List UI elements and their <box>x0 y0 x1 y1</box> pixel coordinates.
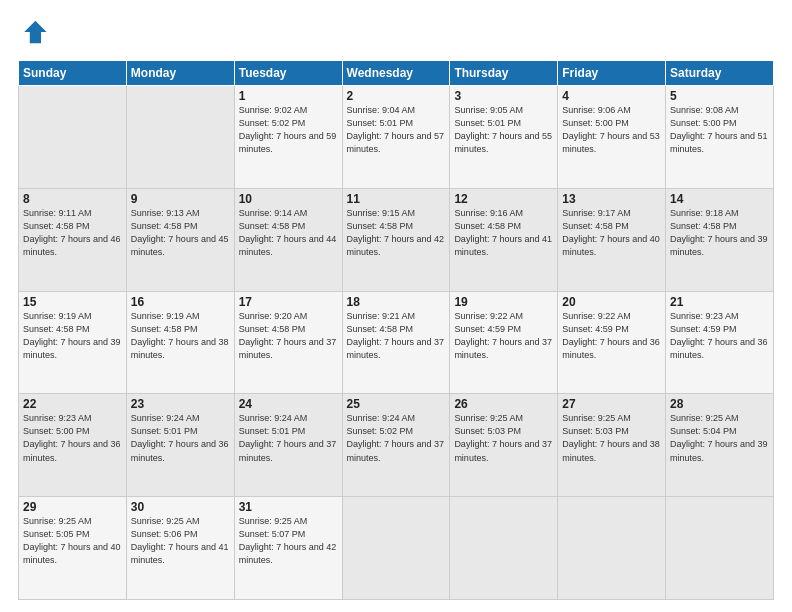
calendar-cell: 20Sunrise: 9:22 AMSunset: 4:59 PMDayligh… <box>558 291 666 394</box>
day-info: Sunrise: 9:21 AMSunset: 4:58 PMDaylight:… <box>347 310 446 362</box>
day-info: Sunrise: 9:16 AMSunset: 4:58 PMDaylight:… <box>454 207 553 259</box>
day-info: Sunrise: 9:08 AMSunset: 5:00 PMDaylight:… <box>670 104 769 156</box>
calendar-cell: 1Sunrise: 9:02 AMSunset: 5:02 PMDaylight… <box>234 86 342 189</box>
svg-marker-0 <box>24 21 46 43</box>
calendar-cell: 13Sunrise: 9:17 AMSunset: 4:58 PMDayligh… <box>558 188 666 291</box>
day-of-week-header: Wednesday <box>342 61 450 86</box>
day-number: 10 <box>239 192 338 206</box>
calendar-cell: 19Sunrise: 9:22 AMSunset: 4:59 PMDayligh… <box>450 291 558 394</box>
calendar-cell: 21Sunrise: 9:23 AMSunset: 4:59 PMDayligh… <box>666 291 774 394</box>
calendar-cell <box>450 497 558 600</box>
calendar-cell: 11Sunrise: 9:15 AMSunset: 4:58 PMDayligh… <box>342 188 450 291</box>
day-info: Sunrise: 9:17 AMSunset: 4:58 PMDaylight:… <box>562 207 661 259</box>
day-info: Sunrise: 9:22 AMSunset: 4:59 PMDaylight:… <box>562 310 661 362</box>
calendar-cell: 9Sunrise: 9:13 AMSunset: 4:58 PMDaylight… <box>126 188 234 291</box>
day-info: Sunrise: 9:05 AMSunset: 5:01 PMDaylight:… <box>454 104 553 156</box>
calendar-cell: 30Sunrise: 9:25 AMSunset: 5:06 PMDayligh… <box>126 497 234 600</box>
day-info: Sunrise: 9:22 AMSunset: 4:59 PMDaylight:… <box>454 310 553 362</box>
day-number: 24 <box>239 397 338 411</box>
day-number: 15 <box>23 295 122 309</box>
day-of-week-header: Thursday <box>450 61 558 86</box>
day-info: Sunrise: 9:13 AMSunset: 4:58 PMDaylight:… <box>131 207 230 259</box>
calendar-cell: 8Sunrise: 9:11 AMSunset: 4:58 PMDaylight… <box>19 188 127 291</box>
day-info: Sunrise: 9:24 AMSunset: 5:01 PMDaylight:… <box>131 412 230 464</box>
calendar-cell <box>558 497 666 600</box>
day-number: 23 <box>131 397 230 411</box>
calendar-cell: 18Sunrise: 9:21 AMSunset: 4:58 PMDayligh… <box>342 291 450 394</box>
day-info: Sunrise: 9:25 AMSunset: 5:03 PMDaylight:… <box>562 412 661 464</box>
calendar-cell: 3Sunrise: 9:05 AMSunset: 5:01 PMDaylight… <box>450 86 558 189</box>
day-info: Sunrise: 9:23 AMSunset: 4:59 PMDaylight:… <box>670 310 769 362</box>
page-header <box>18 18 774 50</box>
day-number: 11 <box>347 192 446 206</box>
calendar-cell <box>666 497 774 600</box>
day-number: 28 <box>670 397 769 411</box>
day-number: 14 <box>670 192 769 206</box>
day-number: 21 <box>670 295 769 309</box>
logo-icon <box>20 18 48 46</box>
calendar-cell: 2Sunrise: 9:04 AMSunset: 5:01 PMDaylight… <box>342 86 450 189</box>
day-info: Sunrise: 9:15 AMSunset: 4:58 PMDaylight:… <box>347 207 446 259</box>
day-number: 9 <box>131 192 230 206</box>
day-info: Sunrise: 9:04 AMSunset: 5:01 PMDaylight:… <box>347 104 446 156</box>
day-info: Sunrise: 9:25 AMSunset: 5:03 PMDaylight:… <box>454 412 553 464</box>
day-of-week-header: Friday <box>558 61 666 86</box>
calendar-cell <box>342 497 450 600</box>
day-number: 25 <box>347 397 446 411</box>
day-of-week-header: Monday <box>126 61 234 86</box>
day-of-week-header: Tuesday <box>234 61 342 86</box>
day-of-week-header: Saturday <box>666 61 774 86</box>
calendar-cell: 14Sunrise: 9:18 AMSunset: 4:58 PMDayligh… <box>666 188 774 291</box>
calendar-cell: 31Sunrise: 9:25 AMSunset: 5:07 PMDayligh… <box>234 497 342 600</box>
day-info: Sunrise: 9:11 AMSunset: 4:58 PMDaylight:… <box>23 207 122 259</box>
day-info: Sunrise: 9:25 AMSunset: 5:07 PMDaylight:… <box>239 515 338 567</box>
day-number: 27 <box>562 397 661 411</box>
calendar-cell: 27Sunrise: 9:25 AMSunset: 5:03 PMDayligh… <box>558 394 666 497</box>
day-number: 19 <box>454 295 553 309</box>
day-number: 3 <box>454 89 553 103</box>
day-info: Sunrise: 9:02 AMSunset: 5:02 PMDaylight:… <box>239 104 338 156</box>
day-number: 26 <box>454 397 553 411</box>
day-info: Sunrise: 9:19 AMSunset: 4:58 PMDaylight:… <box>23 310 122 362</box>
calendar-cell: 25Sunrise: 9:24 AMSunset: 5:02 PMDayligh… <box>342 394 450 497</box>
day-number: 31 <box>239 500 338 514</box>
day-number: 17 <box>239 295 338 309</box>
day-number: 2 <box>347 89 446 103</box>
day-info: Sunrise: 9:06 AMSunset: 5:00 PMDaylight:… <box>562 104 661 156</box>
day-number: 8 <box>23 192 122 206</box>
day-of-week-header: Sunday <box>19 61 127 86</box>
calendar-page: SundayMondayTuesdayWednesdayThursdayFrid… <box>0 0 792 612</box>
calendar-cell: 16Sunrise: 9:19 AMSunset: 4:58 PMDayligh… <box>126 291 234 394</box>
day-info: Sunrise: 9:23 AMSunset: 5:00 PMDaylight:… <box>23 412 122 464</box>
calendar-cell: 24Sunrise: 9:24 AMSunset: 5:01 PMDayligh… <box>234 394 342 497</box>
day-info: Sunrise: 9:19 AMSunset: 4:58 PMDaylight:… <box>131 310 230 362</box>
day-number: 12 <box>454 192 553 206</box>
calendar-cell: 29Sunrise: 9:25 AMSunset: 5:05 PMDayligh… <box>19 497 127 600</box>
calendar-cell <box>126 86 234 189</box>
calendar-cell: 28Sunrise: 9:25 AMSunset: 5:04 PMDayligh… <box>666 394 774 497</box>
day-number: 18 <box>347 295 446 309</box>
day-number: 30 <box>131 500 230 514</box>
day-info: Sunrise: 9:18 AMSunset: 4:58 PMDaylight:… <box>670 207 769 259</box>
day-info: Sunrise: 9:25 AMSunset: 5:05 PMDaylight:… <box>23 515 122 567</box>
day-info: Sunrise: 9:25 AMSunset: 5:04 PMDaylight:… <box>670 412 769 464</box>
day-number: 13 <box>562 192 661 206</box>
day-info: Sunrise: 9:25 AMSunset: 5:06 PMDaylight:… <box>131 515 230 567</box>
day-info: Sunrise: 9:24 AMSunset: 5:02 PMDaylight:… <box>347 412 446 464</box>
day-number: 16 <box>131 295 230 309</box>
calendar-cell: 26Sunrise: 9:25 AMSunset: 5:03 PMDayligh… <box>450 394 558 497</box>
day-number: 5 <box>670 89 769 103</box>
day-number: 22 <box>23 397 122 411</box>
day-number: 20 <box>562 295 661 309</box>
calendar-cell: 22Sunrise: 9:23 AMSunset: 5:00 PMDayligh… <box>19 394 127 497</box>
calendar-cell: 5Sunrise: 9:08 AMSunset: 5:00 PMDaylight… <box>666 86 774 189</box>
day-number: 29 <box>23 500 122 514</box>
day-info: Sunrise: 9:14 AMSunset: 4:58 PMDaylight:… <box>239 207 338 259</box>
day-number: 1 <box>239 89 338 103</box>
calendar-cell: 17Sunrise: 9:20 AMSunset: 4:58 PMDayligh… <box>234 291 342 394</box>
calendar-table: SundayMondayTuesdayWednesdayThursdayFrid… <box>18 60 774 600</box>
calendar-cell: 12Sunrise: 9:16 AMSunset: 4:58 PMDayligh… <box>450 188 558 291</box>
calendar-cell: 15Sunrise: 9:19 AMSunset: 4:58 PMDayligh… <box>19 291 127 394</box>
calendar-cell: 10Sunrise: 9:14 AMSunset: 4:58 PMDayligh… <box>234 188 342 291</box>
logo <box>18 18 48 50</box>
